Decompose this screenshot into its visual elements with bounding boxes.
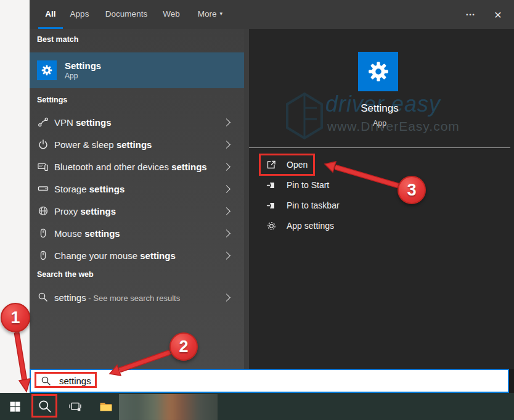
gear-icon — [367, 60, 390, 83]
result-text: Bluetooth and other devices settings — [54, 162, 207, 172]
result-text-pre: Bluetooth and other devices — [54, 162, 171, 172]
step-number: 1 — [10, 308, 20, 327]
task-view-button[interactable] — [63, 393, 88, 420]
result-text-bold: settings — [116, 139, 152, 150]
chevron-right-icon[interactable] — [222, 163, 230, 171]
result-text: Storage settings — [54, 184, 124, 194]
result-text-pre: Proxy — [54, 206, 81, 216]
chevron-right-icon[interactable] — [222, 207, 230, 215]
tab-web[interactable]: Web — [161, 0, 181, 27]
more-options-icon[interactable]: ••• — [460, 0, 482, 29]
start-button[interactable] — [2, 393, 27, 420]
result-text: Mouse settings — [54, 228, 120, 239]
search-box[interactable] — [30, 369, 509, 393]
chevron-down-icon: ▾ — [220, 10, 223, 17]
annotation-box-search-query — [35, 372, 97, 388]
storage-icon — [38, 183, 49, 194]
web-suffix: - See more search results — [86, 294, 180, 303]
result-web-search[interactable]: settings - See more search results — [30, 286, 244, 308]
mouse-icon — [38, 228, 49, 239]
search-input[interactable] — [58, 375, 461, 387]
result-text-bold: settings — [89, 184, 125, 194]
result-text-pre: VPN — [54, 117, 76, 128]
chevron-right-icon[interactable] — [222, 141, 230, 149]
result-text: VPN settings — [54, 117, 112, 128]
annotation-step-3: 3 — [398, 176, 426, 204]
close-icon[interactable]: × — [486, 0, 510, 29]
pin-icon — [266, 179, 277, 191]
search-icon — [38, 292, 49, 303]
pin-icon — [266, 200, 277, 211]
tab-documents-label: Documents — [105, 9, 147, 19]
annotation-step-1: 1 — [1, 303, 30, 332]
action-label: Pin to taskbar — [287, 200, 340, 210]
chevron-right-icon[interactable] — [222, 252, 230, 260]
result-text-pre: Power & sleep — [54, 139, 116, 150]
result-text-bold: settings — [81, 206, 116, 216]
action-pin-to-taskbar[interactable]: Pin to taskbar — [249, 196, 514, 215]
search-tabs-bar: All Apps Documents Web More▾ ••• × — [30, 0, 514, 29]
best-match-subtitle: App — [65, 72, 101, 81]
gear-icon — [266, 220, 277, 231]
result-text: settings - See more search results — [54, 292, 180, 303]
power-icon — [38, 139, 49, 150]
web-query: settings — [54, 292, 86, 303]
preview-app-title: Settings — [249, 102, 510, 115]
tab-web-label: Web — [163, 9, 180, 19]
result-text: Proxy settings — [54, 206, 116, 216]
taskbar — [0, 393, 514, 420]
settings-app-tile-large — [358, 52, 398, 91]
best-match-header: Best match — [37, 35, 78, 44]
file-explorer-button[interactable] — [94, 393, 118, 420]
mouse-icon — [38, 250, 49, 261]
result-proxy-settings[interactable]: Proxy settings — [30, 200, 244, 222]
chevron-right-icon[interactable] — [222, 294, 230, 302]
result-storage-settings[interactable]: Storage settings — [30, 178, 244, 200]
desktop-background — [0, 0, 30, 393]
action-label: App settings — [287, 221, 334, 231]
result-text-bold: settings — [76, 117, 112, 128]
result-vpn-settings[interactable]: VPN settings — [30, 111, 244, 133]
settings-section-header: Settings — [37, 96, 67, 104]
action-pin-to-start[interactable]: Pin to Start — [249, 175, 514, 195]
preview-app-subtitle: App — [249, 119, 510, 128]
folder-icon — [99, 400, 113, 413]
tab-more[interactable]: More▾ — [194, 0, 227, 27]
best-match-text: Settings App — [65, 60, 101, 81]
step-number: 3 — [407, 181, 416, 200]
chevron-right-icon[interactable] — [222, 229, 230, 237]
search-flyout: All Apps Documents Web More▾ ••• × Best … — [30, 0, 514, 369]
windows-logo-icon — [10, 401, 20, 412]
results-panel: Best match — [30, 29, 244, 369]
proxy-icon — [38, 205, 49, 216]
result-text-pre: Mouse — [54, 228, 84, 239]
result-mouse-settings[interactable]: Mouse settings — [30, 222, 244, 244]
annotation-box-open — [259, 154, 315, 176]
result-power-sleep-settings[interactable]: Power & sleep settings — [30, 133, 244, 155]
action-app-settings[interactable]: App settings — [249, 216, 514, 236]
task-view-icon — [69, 400, 81, 413]
taskbar-app-thumbnail[interactable] — [119, 394, 218, 420]
tab-apps-label: Apps — [70, 9, 89, 19]
tab-documents[interactable]: Documents — [105, 0, 148, 27]
search-web-header: Search the web — [37, 270, 94, 279]
tab-apps[interactable]: Apps — [69, 0, 90, 27]
actions-divider — [249, 147, 510, 148]
result-text: Power & sleep settings — [54, 139, 152, 150]
vpn-icon — [38, 117, 49, 128]
result-change-mouse-settings[interactable]: Change your mouse settings — [30, 244, 244, 266]
screen-edge — [509, 369, 514, 393]
drivereasy-logo-watermark — [285, 92, 324, 140]
chevron-right-icon[interactable] — [222, 118, 230, 126]
settings-app-tile — [37, 60, 57, 80]
best-match-result-settings[interactable]: Settings App — [30, 52, 244, 88]
chevron-right-icon[interactable] — [222, 185, 230, 193]
action-label: Pin to Start — [287, 180, 329, 190]
result-text-bold: settings — [171, 162, 207, 172]
step-number: 2 — [179, 337, 188, 356]
tab-all[interactable]: All — [38, 0, 63, 29]
result-text-pre: Storage — [54, 184, 89, 194]
result-text-pre: Change your mouse — [54, 250, 140, 261]
gear-icon — [41, 64, 53, 76]
result-bluetooth-devices-settings[interactable]: Bluetooth and other devices settings — [30, 155, 244, 178]
